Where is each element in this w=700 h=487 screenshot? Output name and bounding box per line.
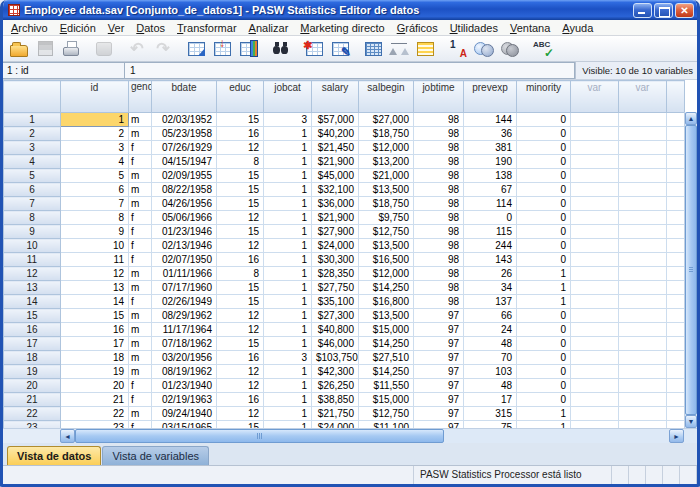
cell[interactable] bbox=[619, 421, 667, 429]
column-header-educ[interactable]: educ bbox=[217, 81, 264, 113]
cell[interactable]: m bbox=[129, 281, 152, 295]
cell[interactable]: 09/24/1940 bbox=[152, 407, 217, 421]
cell[interactable]: $11,550 bbox=[359, 379, 414, 393]
cell[interactable]: $13,500 bbox=[359, 239, 414, 253]
cell[interactable]: 1 bbox=[264, 239, 312, 253]
cell[interactable] bbox=[571, 197, 619, 211]
cell[interactable]: m bbox=[129, 127, 152, 141]
column-header-id[interactable]: id bbox=[61, 81, 129, 113]
cell[interactable]: $12,000 bbox=[359, 267, 414, 281]
cell[interactable]: 20 bbox=[61, 379, 129, 393]
cell[interactable]: 97 bbox=[414, 323, 464, 337]
cell[interactable]: 1 bbox=[264, 295, 312, 309]
insert-cases-icon[interactable] bbox=[302, 38, 326, 59]
cell[interactable] bbox=[571, 141, 619, 155]
cell[interactable]: m bbox=[129, 323, 152, 337]
cell[interactable]: $42,300 bbox=[312, 365, 359, 379]
cell[interactable]: 8 bbox=[61, 211, 129, 225]
cell[interactable]: 67 bbox=[464, 183, 517, 197]
row-header[interactable]: 2 bbox=[4, 127, 61, 141]
cell[interactable]: 97 bbox=[414, 365, 464, 379]
cell[interactable]: 01/23/1946 bbox=[152, 225, 217, 239]
cell[interactable]: 98 bbox=[414, 183, 464, 197]
cell[interactable]: 05/23/1958 bbox=[152, 127, 217, 141]
cell[interactable]: 0 bbox=[517, 351, 571, 365]
split-file-icon[interactable] bbox=[413, 38, 437, 59]
value-labels-icon[interactable] bbox=[361, 38, 385, 59]
cell[interactable] bbox=[619, 267, 667, 281]
cell[interactable]: 0 bbox=[517, 337, 571, 351]
cell[interactable]: 98 bbox=[414, 225, 464, 239]
row-header[interactable]: 9 bbox=[4, 225, 61, 239]
menu-edicion[interactable]: Edición bbox=[54, 21, 102, 35]
cell[interactable]: 97 bbox=[414, 309, 464, 323]
cell[interactable]: 7 bbox=[61, 197, 129, 211]
cell[interactable]: 98 bbox=[414, 281, 464, 295]
cell[interactable]: $32,100 bbox=[312, 183, 359, 197]
cell[interactable]: 07/26/1929 bbox=[152, 141, 217, 155]
menu-ver[interactable]: Ver bbox=[102, 21, 131, 35]
cell[interactable]: 15 bbox=[217, 113, 264, 127]
cell[interactable]: 1 bbox=[264, 169, 312, 183]
scroll-right-arrow[interactable]: ► bbox=[669, 429, 684, 443]
row-header[interactable]: 15 bbox=[4, 309, 61, 323]
open-file-icon[interactable] bbox=[7, 38, 31, 59]
cell[interactable]: $14,250 bbox=[359, 337, 414, 351]
cell[interactable] bbox=[571, 267, 619, 281]
cell[interactable]: 15 bbox=[217, 197, 264, 211]
menu-analizar[interactable]: Analizar bbox=[243, 21, 295, 35]
cell[interactable]: 98 bbox=[414, 155, 464, 169]
cell[interactable]: 12 bbox=[217, 211, 264, 225]
cell[interactable]: 01/23/1940 bbox=[152, 379, 217, 393]
cell[interactable] bbox=[619, 295, 667, 309]
scroll-up-arrow[interactable]: ▲ bbox=[685, 112, 697, 125]
cell[interactable]: 1 bbox=[264, 421, 312, 429]
cell[interactable]: 02/03/1952 bbox=[152, 113, 217, 127]
cell[interactable]: 15 bbox=[217, 281, 264, 295]
goto-variable-icon[interactable] bbox=[236, 38, 260, 59]
tab-vista-de-variables[interactable]: Vista de variables bbox=[102, 446, 209, 465]
row-header[interactable]: 16 bbox=[4, 323, 61, 337]
cell[interactable]: $15,000 bbox=[359, 323, 414, 337]
cell[interactable] bbox=[619, 239, 667, 253]
cell[interactable]: 24 bbox=[464, 323, 517, 337]
cell[interactable] bbox=[571, 421, 619, 429]
cell[interactable]: 1 bbox=[517, 295, 571, 309]
show-all-variables-icon[interactable] bbox=[498, 38, 522, 59]
cell[interactable]: f bbox=[129, 253, 152, 267]
cell[interactable]: 48 bbox=[464, 337, 517, 351]
cell[interactable]: $11,100 bbox=[359, 421, 414, 429]
cell[interactable]: 14 bbox=[61, 295, 129, 309]
cell[interactable]: f bbox=[129, 155, 152, 169]
cell[interactable] bbox=[619, 141, 667, 155]
cell[interactable]: 0 bbox=[517, 183, 571, 197]
cell[interactable]: 15 bbox=[217, 337, 264, 351]
cell[interactable]: $24,000 bbox=[312, 421, 359, 429]
cell[interactable]: m bbox=[129, 169, 152, 183]
cell[interactable]: 0 bbox=[517, 211, 571, 225]
column-header-var-11[interactable]: var bbox=[619, 81, 667, 113]
cell[interactable]: 1 bbox=[264, 365, 312, 379]
scroll-left-arrow[interactable]: ◄ bbox=[60, 429, 75, 443]
cell[interactable]: $103,750 bbox=[312, 351, 359, 365]
cell[interactable]: 6 bbox=[61, 183, 129, 197]
cell[interactable] bbox=[571, 253, 619, 267]
cell[interactable]: 48 bbox=[464, 379, 517, 393]
cell[interactable]: 1 bbox=[264, 225, 312, 239]
row-header[interactable]: 21 bbox=[4, 393, 61, 407]
cell[interactable]: $30,300 bbox=[312, 253, 359, 267]
cell[interactable]: 12 bbox=[217, 379, 264, 393]
cell[interactable]: 02/13/1946 bbox=[152, 239, 217, 253]
cell[interactable]: 12 bbox=[217, 365, 264, 379]
horizontal-scrollbar[interactable]: ◄ ► bbox=[60, 429, 697, 443]
row-header[interactable]: 10 bbox=[4, 239, 61, 253]
cell[interactable]: 0 bbox=[517, 379, 571, 393]
cell[interactable] bbox=[619, 309, 667, 323]
maximize-button[interactable] bbox=[654, 3, 673, 18]
cell[interactable]: 16 bbox=[217, 393, 264, 407]
cell[interactable]: 98 bbox=[414, 169, 464, 183]
cell[interactable] bbox=[619, 127, 667, 141]
cell[interactable] bbox=[571, 211, 619, 225]
cell[interactable] bbox=[571, 393, 619, 407]
cell[interactable] bbox=[571, 323, 619, 337]
